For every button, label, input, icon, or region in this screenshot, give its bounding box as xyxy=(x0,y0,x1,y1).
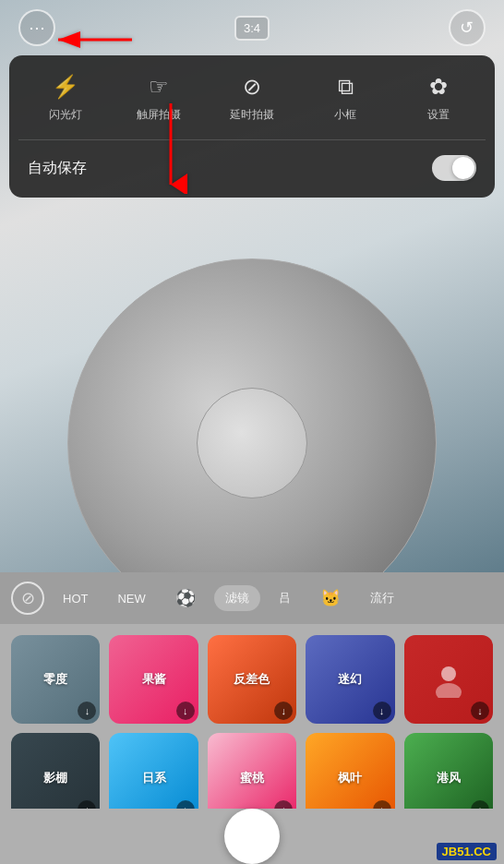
tab-popular[interactable]: 流行 xyxy=(359,585,405,611)
cat-icon: 🐱 xyxy=(320,588,341,608)
filter-person[interactable]: ↓ xyxy=(404,635,493,724)
filter-guojiang[interactable]: 果酱 ↓ xyxy=(109,635,198,724)
filter-mihuan-download[interactable]: ↓ xyxy=(373,702,391,720)
timer-label: 延时拍摄 xyxy=(230,107,274,123)
settings-menu-item[interactable]: ✿ 设置 xyxy=(392,72,486,123)
auto-save-row: 自动保存 xyxy=(18,155,486,181)
touch-shot-icon: ☞ xyxy=(149,72,169,102)
svg-point-5 xyxy=(436,683,462,698)
flash-icon: ⚡ xyxy=(52,72,79,102)
refresh-button[interactable]: ↺ xyxy=(449,9,486,46)
ratio-badge[interactable]: 3:4 xyxy=(234,16,270,41)
timer-menu-item[interactable]: ⊘ 延时拍摄 xyxy=(205,72,298,123)
soccer-icon: ⚽ xyxy=(175,588,196,608)
filter-fanchase[interactable]: 反差色 ↓ xyxy=(208,635,296,724)
tab-new[interactable]: NEW xyxy=(106,587,156,610)
flash-menu-item[interactable]: ⚡ 闪光灯 xyxy=(18,72,112,123)
shutter-button[interactable] xyxy=(224,809,280,864)
timer-icon: ⊘ xyxy=(243,72,261,102)
dropdown-panel: ⚡ 闪光灯 ☞ 触屏拍摄 ⊘ 延时拍摄 ⧉ 小框 ✿ 设置 自动保存 xyxy=(9,55,495,198)
tab-hot-label: HOT xyxy=(63,592,88,606)
tab-cat[interactable]: 🐱 xyxy=(309,583,352,613)
flash-label: 闪光灯 xyxy=(49,107,82,123)
no-filter-icon: ⊘ xyxy=(21,588,35,608)
tab-soccer[interactable]: ⚽ xyxy=(164,583,207,613)
menu-dots-icon: ⋯ xyxy=(29,18,45,38)
refresh-icon: ↺ xyxy=(460,18,474,38)
tab-filter[interactable]: 滤镜 xyxy=(214,585,260,611)
filter-mihuan[interactable]: 迷幻 ↓ xyxy=(306,635,394,724)
tab-hot[interactable]: HOT xyxy=(52,587,99,610)
filter-grid: 零度 ↓ 果酱 ↓ 反差色 ↓ 迷幻 ↓ ↓ 影棚 ↓ 日系 ↓ 蜜桃 ↓ 枫叶 xyxy=(0,624,504,834)
no-filter-button[interactable]: ⊘ xyxy=(11,582,44,615)
small-frame-icon: ⧉ xyxy=(338,72,354,102)
filter-bar: ⊘ HOT NEW ⚽ 滤镜 吕 🐱 流行 xyxy=(0,572,504,624)
menu-button[interactable]: ⋯ xyxy=(18,9,55,46)
small-frame-label: 小框 xyxy=(334,107,356,123)
toggle-thumb xyxy=(452,157,474,179)
disk-inner xyxy=(197,388,307,498)
menu-divider xyxy=(18,139,486,140)
svg-point-4 xyxy=(441,666,456,681)
tab-lv[interactable]: 吕 xyxy=(268,585,302,611)
camera-disk xyxy=(67,258,437,572)
tab-new-label: NEW xyxy=(117,592,145,606)
settings-icon: ✿ xyxy=(429,72,448,102)
bottom-bar xyxy=(0,809,504,864)
settings-label: 设置 xyxy=(427,107,450,123)
filter-lingdu[interactable]: 零度 ↓ xyxy=(11,635,100,724)
red-arrow-left xyxy=(51,26,134,54)
tab-filter-label: 滤镜 xyxy=(225,590,249,606)
tab-lv-label: 吕 xyxy=(279,590,291,606)
watermark: JB51.CC xyxy=(437,843,497,860)
small-frame-menu-item[interactable]: ⧉ 小框 xyxy=(299,72,392,123)
menu-icons-row: ⚡ 闪光灯 ☞ 触屏拍摄 ⊘ 延时拍摄 ⧉ 小框 ✿ 设置 xyxy=(18,72,486,123)
auto-save-toggle[interactable] xyxy=(432,155,476,181)
tab-popular-label: 流行 xyxy=(370,590,394,606)
red-arrow-down xyxy=(148,102,194,198)
auto-save-label: 自动保存 xyxy=(28,159,87,178)
